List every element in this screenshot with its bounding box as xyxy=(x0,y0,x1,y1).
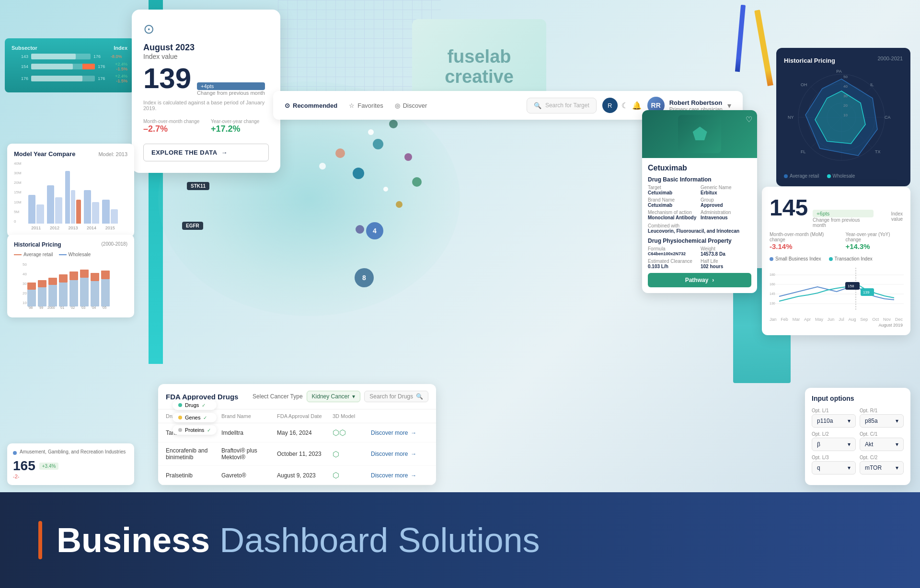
opt-c2-select[interactable]: mTOR ▾ xyxy=(860,461,904,475)
mol-atom-2 xyxy=(373,139,383,149)
opt-l2-select[interactable]: β ▾ xyxy=(812,438,856,451)
svg-text:2000: 2000 xyxy=(47,306,55,309)
svg-text:'04: '04 xyxy=(92,306,96,309)
opt-c1-select[interactable]: Akt ▾ xyxy=(860,438,904,451)
chevron-icon: ▾ xyxy=(352,393,355,400)
check-icon-2: ✓ xyxy=(203,415,207,420)
arrow-icon: → xyxy=(411,451,416,457)
pathway-button[interactable]: Pathway › xyxy=(648,273,751,287)
svg-rect-27 xyxy=(27,290,36,306)
opt-c1: Opt. C/1 Akt ▾ xyxy=(860,431,904,451)
model-year-subtitle: Model: 2013 xyxy=(98,151,127,157)
hist-right-years: 2000-2021 xyxy=(877,56,903,61)
nav-item-discover[interactable]: ◎ Discover xyxy=(395,102,427,109)
svg-rect-28 xyxy=(27,283,36,290)
footer-accent xyxy=(38,521,42,559)
favorite-icon[interactable]: ♡ xyxy=(746,115,752,124)
discover-more-btn-3[interactable]: Discover more → xyxy=(371,472,428,479)
chevron-icon: ▾ xyxy=(848,464,851,471)
opt-r1: Opt. R/1 p85a ▾ xyxy=(860,408,904,428)
nav-item-recommended[interactable]: ⊙ Recommended xyxy=(285,102,337,109)
svg-text:20: 20 xyxy=(23,291,27,295)
small-biz-panel: 145 +6pts Change from previous month Ind… xyxy=(762,187,910,335)
3d-model-icon: ⬡⬡ xyxy=(333,428,371,437)
svg-text:10: 10 xyxy=(843,113,848,117)
search-icon: 🔍 xyxy=(416,393,423,400)
svg-rect-40 xyxy=(91,273,99,281)
3d-model-icon-2: ⬡ xyxy=(333,450,371,459)
bar-group-2014 xyxy=(84,190,100,224)
mol-node-4: 4 xyxy=(366,222,383,239)
historical-pricing-right: Historical Pricing 2000-2021 PA CA TX FL… xyxy=(776,48,910,186)
opt-r1-select[interactable]: p85a ▾ xyxy=(860,414,904,428)
svg-rect-35 xyxy=(69,280,78,306)
mol-atom-6 xyxy=(353,168,364,179)
check-icon-3: ✓ xyxy=(207,428,211,433)
physio-grid: Formula C64ben100x2N732 Weight 14573.8 D… xyxy=(648,246,751,269)
nav-icons: R ☾ 🔔 xyxy=(602,98,642,113)
pill-drugs[interactable]: Drugs ✓ xyxy=(172,400,217,410)
check-icon: ✓ xyxy=(202,403,206,408)
radar-chart: PA CA TX FL NY OH IL 10 20 30 40 50 xyxy=(784,67,899,168)
svg-rect-34 xyxy=(59,274,68,283)
opt-l1: Opt. L/1 p110a ▾ xyxy=(812,408,856,428)
explore-label: EXPLORE THE DATA xyxy=(151,149,218,156)
moon-icon[interactable]: ☾ xyxy=(621,101,628,110)
svg-text:40: 40 xyxy=(23,272,27,276)
mol-atom-1 xyxy=(389,120,398,128)
svg-text:IL: IL xyxy=(870,82,874,87)
hist-left-years: (2000-2018) xyxy=(102,241,127,248)
svg-rect-36 xyxy=(69,271,78,280)
svg-rect-41 xyxy=(101,279,110,306)
opt-l3-select[interactable]: q ▾ xyxy=(812,461,856,475)
mol-atom-8 xyxy=(335,148,345,158)
amusement-label: Amusement, Gambling, and Recreation Indu… xyxy=(20,449,126,454)
opt-l1-select[interactable]: p110a ▾ xyxy=(812,414,856,428)
index-desc: Index is calculated against a base perio… xyxy=(143,100,269,111)
index-subtitle: Index value xyxy=(143,53,269,60)
pill-proteins[interactable]: Proteins ✓ xyxy=(172,425,217,435)
model-year-header: Model Year Compare Model: 2013 xyxy=(14,150,127,158)
chevron-down-icon[interactable]: ▾ xyxy=(727,101,731,110)
bar-group-2015 xyxy=(102,200,118,224)
hist-left-title: Historical Pricing xyxy=(14,241,61,248)
svg-text:50: 50 xyxy=(843,75,848,79)
mol-atom-w2 xyxy=(383,187,388,192)
recommended-icon: ⊙ xyxy=(285,102,290,109)
mol-atom-w1 xyxy=(368,129,374,135)
sbi-number: 145 xyxy=(770,194,808,221)
explore-data-button[interactable]: EXPLORE THE DATA → xyxy=(143,144,269,161)
drug-search[interactable]: Search for Drugs 🔍 xyxy=(364,391,428,402)
index-badge-label: Change from previous month xyxy=(197,90,265,96)
amusement-change: -2- xyxy=(13,474,128,479)
search-target[interactable]: 🔍 Search for Target xyxy=(527,98,597,113)
arrow-icon: → xyxy=(411,430,416,436)
cancer-type-select[interactable]: Kidney Cancer ▾ xyxy=(307,391,361,402)
sbi-legend: Small Business Index Transaction Index xyxy=(770,256,903,261)
sbi-yoy: Year-over-year (YoY) change +14.3% xyxy=(845,232,903,250)
svg-text:30: 30 xyxy=(23,282,27,286)
bell-icon[interactable]: 🔔 xyxy=(632,101,642,110)
protein-icon: ⬟ xyxy=(692,124,707,144)
svg-rect-31 xyxy=(48,285,57,306)
amusement-dot xyxy=(13,451,17,455)
arrow-icon: → xyxy=(411,472,416,479)
mol-atom-3 xyxy=(404,153,412,161)
footer-bold: Business xyxy=(57,521,210,559)
nav-item-favorites[interactable]: ☆ Favorites xyxy=(349,102,383,109)
mol-atom-7 xyxy=(356,225,364,234)
sbi-stats: Month-over-month (MoM) change -3.14% Yea… xyxy=(770,232,903,250)
x-axis: 2011 2012 2013 2014 2015 xyxy=(14,224,127,230)
avatar-button[interactable]: R xyxy=(602,98,618,113)
discover-more-btn-2[interactable]: Discover more → xyxy=(371,451,428,457)
discover-more-btn-1[interactable]: Discover more → xyxy=(371,430,428,436)
chevron-icon: ▾ xyxy=(896,441,898,448)
pill-genes[interactable]: Genes ✓ xyxy=(172,413,217,422)
svg-text:160: 160 xyxy=(770,283,775,286)
index-number: 139 xyxy=(143,64,191,93)
table-row: Pralsetinib Gavreto® August 9, 2023 ⬡ Di… xyxy=(158,466,436,485)
chevron-icon: ▾ xyxy=(896,418,898,424)
svg-text:50: 50 xyxy=(23,262,27,267)
top-left-chart: Subsector Index 143 176 -8.0% 154 176 +2… xyxy=(5,38,134,92)
drug-title: Cetuximab xyxy=(648,164,751,172)
